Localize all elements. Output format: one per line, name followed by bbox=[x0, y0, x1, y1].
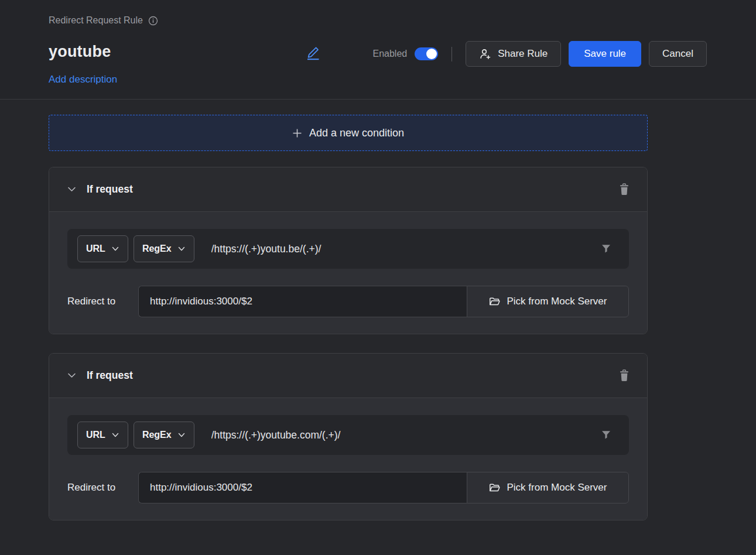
redirect-destination-input[interactable] bbox=[138, 286, 467, 317]
condition-card-body: URL RegEx bbox=[49, 212, 647, 334]
rule-type-label: Redirect Request Rule bbox=[49, 15, 143, 26]
cancel-button[interactable]: Cancel bbox=[649, 41, 707, 67]
redirect-rule-editor: { "header": { "rule_type": "Redirect Req… bbox=[0, 0, 756, 555]
collapse-button[interactable] bbox=[67, 184, 77, 194]
source-key-select[interactable]: URL bbox=[77, 422, 128, 448]
rule-builder: Add a new condition If request bbox=[49, 115, 648, 520]
vertical-divider bbox=[451, 47, 452, 61]
edit-rule-name-button[interactable] bbox=[305, 45, 321, 63]
trash-icon bbox=[619, 369, 630, 382]
redirect-destination-input[interactable] bbox=[138, 472, 467, 503]
if-request-label: If request bbox=[87, 183, 133, 196]
source-url-input[interactable] bbox=[211, 429, 594, 441]
condition-card: If request URL bbox=[49, 167, 648, 334]
source-operator-value: RegEx bbox=[142, 430, 172, 440]
delete-condition-button[interactable] bbox=[619, 369, 630, 382]
condition-card-header: If request bbox=[49, 354, 647, 398]
pick-from-mock-server-button[interactable]: Pick from Mock Server bbox=[467, 286, 629, 317]
share-rule-label: Share Rule bbox=[498, 48, 548, 60]
folder-open-icon bbox=[489, 297, 501, 307]
condition-card-header: If request bbox=[49, 167, 647, 212]
rule-type-row: Redirect Request Rule bbox=[49, 15, 158, 26]
source-operator-select[interactable]: RegEx bbox=[134, 235, 194, 262]
condition-card-body: URL RegEx bbox=[49, 398, 647, 520]
chevron-down-icon bbox=[111, 245, 119, 253]
enabled-label: Enabled bbox=[372, 49, 407, 59]
chevron-down-icon bbox=[67, 184, 77, 194]
source-condition-row: URL RegEx bbox=[67, 415, 629, 455]
pick-from-mock-server-label: Pick from Mock Server bbox=[507, 296, 607, 307]
redirect-destination-row: Redirect to Pick from Mock Server bbox=[67, 286, 629, 317]
source-operator-select[interactable]: RegEx bbox=[134, 422, 194, 448]
add-description-link[interactable]: Add description bbox=[49, 74, 117, 85]
rule-name-title: youtube bbox=[49, 43, 111, 61]
enabled-toggle[interactable] bbox=[415, 47, 438, 60]
source-operator-value: RegEx bbox=[142, 244, 172, 254]
save-rule-button[interactable]: Save rule bbox=[569, 41, 641, 67]
collapse-button[interactable] bbox=[67, 371, 77, 381]
redirect-destination-row: Redirect to Pick from Mock Server bbox=[67, 472, 629, 503]
source-key-value: URL bbox=[86, 244, 105, 254]
user-add-icon bbox=[479, 48, 491, 60]
chevron-down-icon bbox=[67, 371, 77, 381]
header-controls: Enabled Share Rule Save rule Cancel bbox=[372, 41, 707, 67]
source-url-input[interactable] bbox=[211, 243, 594, 255]
folder-open-icon bbox=[489, 483, 501, 493]
source-key-value: URL bbox=[86, 430, 105, 440]
plus-icon bbox=[292, 128, 302, 138]
add-condition-label: Add a new condition bbox=[309, 127, 404, 139]
chevron-down-icon bbox=[177, 245, 186, 253]
if-request-label: If request bbox=[87, 369, 133, 382]
redirect-to-label: Redirect to bbox=[67, 472, 138, 503]
share-rule-button[interactable]: Share Rule bbox=[466, 41, 561, 67]
pick-from-mock-server-button[interactable]: Pick from Mock Server bbox=[467, 472, 629, 503]
source-filter-button[interactable] bbox=[601, 430, 611, 440]
pencil-edit-icon bbox=[305, 45, 321, 61]
source-filter-button[interactable] bbox=[601, 244, 611, 254]
chevron-down-icon bbox=[177, 431, 186, 439]
filter-funnel-icon bbox=[601, 244, 611, 254]
source-key-select[interactable]: URL bbox=[77, 235, 128, 262]
trash-icon bbox=[619, 183, 630, 196]
redirect-to-label: Redirect to bbox=[67, 286, 138, 317]
pick-from-mock-server-label: Pick from Mock Server bbox=[507, 482, 607, 494]
condition-card: If request URL bbox=[49, 353, 648, 520]
toggle-knob bbox=[426, 49, 437, 59]
filter-funnel-icon bbox=[601, 430, 611, 440]
add-condition-button[interactable]: Add a new condition bbox=[49, 115, 648, 151]
source-condition-row: URL RegEx bbox=[67, 229, 629, 269]
chevron-down-icon bbox=[111, 431, 119, 439]
rule-header: Redirect Request Rule youtube Add descri… bbox=[0, 0, 756, 100]
info-icon[interactable] bbox=[148, 16, 158, 26]
delete-condition-button[interactable] bbox=[619, 183, 630, 196]
